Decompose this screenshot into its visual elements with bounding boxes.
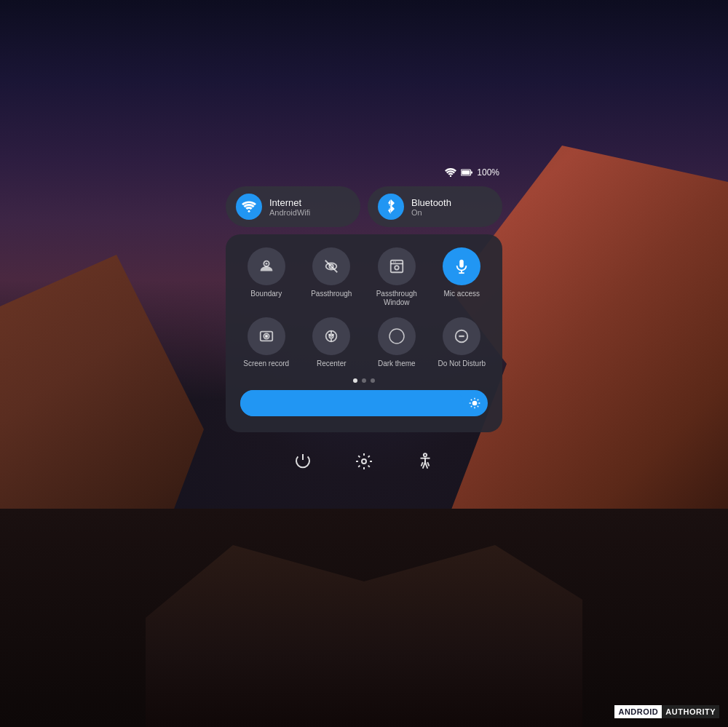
toggle-passthrough-label: Passthrough [311, 290, 352, 298]
toggle-passthrough-window[interactable]: Passthrough Window [368, 247, 426, 307]
status-bar: 100% [445, 167, 502, 178]
bluetooth-tile[interactable]: Bluetooth On [368, 186, 502, 227]
internet-tile-subtitle: AndroidWifi [269, 208, 310, 217]
svg-point-29 [472, 401, 478, 406]
toggle-grid-row1: Boundary Passthrough [237, 247, 491, 307]
toggle-mic-access-btn [443, 247, 480, 285]
toggle-recenter-label: Recenter [317, 359, 347, 368]
battery-status-icon [461, 168, 472, 177]
toggle-boundary-label: Boundary [250, 290, 282, 298]
toggle-boundary-btn [248, 247, 285, 285]
bluetooth-tile-text: Bluetooth On [411, 197, 451, 217]
svg-point-6 [265, 263, 267, 265]
toggle-grid-row2: Screen record Recenter [237, 317, 491, 368]
svg-point-39 [424, 453, 427, 456]
internet-tile-text: Internet AndroidWifi [269, 197, 310, 217]
svg-point-4 [248, 210, 250, 212]
brightness-row [237, 390, 491, 416]
pagination-dots [237, 378, 491, 383]
watermark: ANDROID AUTHORITY [614, 705, 719, 718]
toggle-passthrough-window-label: Passthrough Window [368, 290, 426, 307]
internet-tile-icon [236, 194, 262, 220]
pagination-dot-1 [353, 378, 357, 383]
bluetooth-tile-title: Bluetooth [411, 197, 451, 208]
quick-tiles-row: Internet AndroidWifi Bluetooth On [226, 186, 502, 227]
brightness-slider[interactable] [240, 390, 488, 416]
toggle-boundary[interactable]: Boundary [237, 247, 296, 307]
internet-tile-title: Internet [269, 197, 310, 208]
settings-button[interactable] [348, 445, 380, 477]
toggle-dark-theme-label: Dark theme [378, 359, 416, 368]
svg-rect-3 [462, 170, 470, 175]
svg-line-33 [478, 406, 478, 407]
svg-rect-2 [471, 171, 472, 173]
pagination-dot-3 [371, 378, 375, 383]
toggle-do-not-disturb-btn [443, 317, 480, 355]
brightness-fill [240, 390, 463, 416]
toggle-dark-theme[interactable]: Dark theme [368, 317, 426, 368]
svg-line-8 [325, 261, 338, 273]
toggle-screen-record-btn [248, 317, 285, 355]
svg-line-37 [478, 400, 478, 400]
svg-line-36 [471, 406, 472, 407]
svg-point-20 [265, 335, 267, 338]
toggle-passthrough[interactable]: Passthrough [303, 247, 361, 307]
power-button[interactable] [287, 445, 319, 477]
brightness-icon [469, 397, 480, 409]
wifi-status-icon [445, 168, 456, 177]
toggle-screen-record-label: Screen record [243, 359, 289, 368]
quick-settings-panel: 100% Internet AndroidWifi [226, 167, 502, 480]
svg-point-12 [395, 266, 399, 270]
bottom-actions [287, 440, 441, 480]
svg-line-32 [471, 400, 472, 400]
svg-point-0 [450, 175, 451, 177]
toggle-passthrough-window-btn [378, 247, 416, 285]
toggle-recenter-btn [312, 317, 350, 355]
toggle-mic-access-label: Mic access [444, 290, 480, 298]
accessibility-button[interactable] [409, 445, 441, 477]
main-toggle-panel: Boundary Passthrough [226, 234, 502, 432]
watermark-authority: AUTHORITY [662, 705, 719, 718]
bluetooth-tile-icon [378, 194, 404, 220]
toggle-mic-access[interactable]: Mic access [433, 247, 491, 307]
svg-rect-15 [460, 260, 464, 268]
toggle-do-not-disturb-label: Do Not Disturb [438, 359, 486, 368]
pagination-dot-2 [362, 378, 366, 383]
toggle-dark-theme-btn [378, 317, 416, 355]
watermark-android: ANDROID [614, 705, 662, 718]
internet-tile[interactable]: Internet AndroidWifi [226, 186, 360, 227]
toggle-passthrough-btn [312, 247, 350, 285]
bluetooth-tile-subtitle: On [411, 208, 451, 217]
battery-percentage: 100% [477, 167, 499, 178]
toggle-recenter[interactable]: Recenter [303, 317, 361, 368]
toggle-do-not-disturb[interactable]: Do Not Disturb [433, 317, 491, 368]
toggle-screen-record[interactable]: Screen record [237, 317, 296, 368]
svg-point-38 [362, 459, 366, 464]
